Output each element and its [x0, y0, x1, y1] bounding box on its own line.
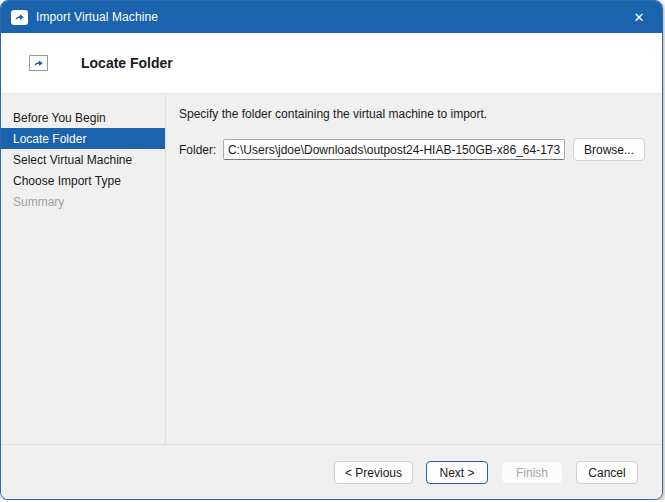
content-pane: Specify the folder containing the virtua… — [166, 94, 662, 444]
sidebar-item-locate-folder[interactable]: Locate Folder — [1, 128, 165, 149]
footer-button-bar: < Previous Next > Finish Cancel — [1, 444, 662, 499]
titlebar: Import Virtual Machine ✕ — [1, 1, 662, 33]
dialog-body: Before You Begin Locate Folder Select Vi… — [1, 94, 662, 444]
previous-button[interactable]: < Previous — [334, 461, 413, 484]
close-icon[interactable]: ✕ — [616, 1, 662, 33]
sidebar-item-select-virtual-machine[interactable]: Select Virtual Machine — [1, 149, 165, 170]
folder-label: Folder: — [179, 143, 223, 157]
locate-folder-icon — [29, 55, 48, 71]
sidebar-item-summary: Summary — [1, 191, 165, 212]
folder-row: Folder: Browse... — [179, 138, 645, 161]
sidebar-item-before-you-begin[interactable]: Before You Begin — [1, 107, 165, 128]
sidebar-item-choose-import-type[interactable]: Choose Import Type — [1, 170, 165, 191]
import-arrow-icon — [14, 12, 25, 22]
page-header: Locate Folder — [1, 33, 662, 94]
next-button[interactable]: Next > — [426, 461, 488, 484]
instruction-text: Specify the folder containing the virtua… — [179, 107, 645, 121]
wizard-steps-sidebar: Before You Begin Locate Folder Select Vi… — [1, 94, 166, 444]
app-icon — [11, 10, 28, 25]
cancel-button[interactable]: Cancel — [576, 461, 638, 484]
page-title: Locate Folder — [81, 55, 173, 71]
import-virtual-machine-dialog: Import Virtual Machine ✕ Locate Folder B… — [0, 0, 663, 500]
browse-button[interactable]: Browse... — [573, 138, 645, 161]
finish-button: Finish — [501, 461, 563, 484]
window-title: Import Virtual Machine — [36, 10, 158, 24]
import-arrow-icon — [33, 58, 44, 68]
folder-path-input[interactable] — [223, 139, 565, 160]
